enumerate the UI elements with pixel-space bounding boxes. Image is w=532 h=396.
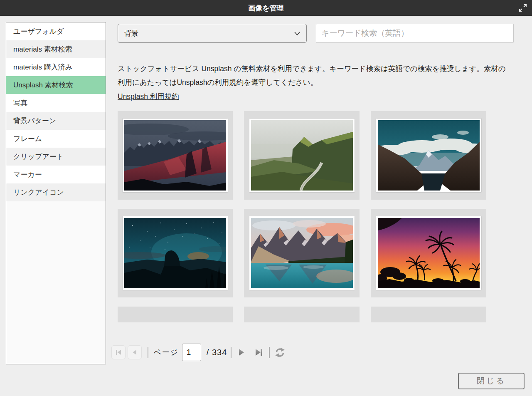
page-total: / 334 <box>207 348 227 357</box>
sidebar-item-link-icons[interactable]: リンクアイコン <box>6 183 106 201</box>
thumbnail-placeholder <box>118 307 233 322</box>
mountain-photo-3 <box>378 120 480 191</box>
page-number-input[interactable] <box>182 344 201 361</box>
sidebar-item-user-folder[interactable]: ユーザフォルダ <box>6 22 106 40</box>
first-page-button[interactable] <box>111 345 126 359</box>
sidebar-item-materials-purchased[interactable]: materials 購入済み <box>6 58 106 76</box>
sidebar-item-materials-search[interactable]: materials 素材検索 <box>6 40 106 58</box>
mountain-photo-1 <box>124 120 226 191</box>
sidebar-item-markers[interactable]: マーカー <box>6 166 106 183</box>
divider <box>269 347 270 358</box>
category-select-value: 背景 <box>124 29 138 38</box>
dialog-titlebar: 画像を管理 <box>0 0 532 16</box>
refresh-icon[interactable] <box>274 347 286 358</box>
page-label: ページ <box>153 347 179 357</box>
previous-page-button[interactable] <box>128 345 142 359</box>
mountain-photo-2 <box>251 120 353 191</box>
mountain-photo-5 <box>251 218 353 288</box>
unsplash-terms-link[interactable]: Unsplash 利用規約 <box>118 90 179 104</box>
sidebar-item-frames[interactable]: フレーム <box>6 130 106 148</box>
expand-icon[interactable] <box>518 3 527 12</box>
photo-frame <box>123 119 228 192</box>
next-page-button[interactable] <box>235 345 248 359</box>
thumbnail-placeholder <box>371 307 486 322</box>
sidebar-item-photos[interactable]: 写真 <box>6 94 106 112</box>
thumbnail-placeholder <box>244 307 360 322</box>
category-sidebar: ユーザフォルダ materials 素材検索 materials 購入済み Un… <box>6 22 106 364</box>
thumbnail-moraine-lake-sunset[interactable] <box>244 209 360 297</box>
thumbnail-crimson-alpenglow-mountains[interactable] <box>118 111 233 200</box>
unsplash-description: ストックフォトサービス Unsplash の無料素材を利用できます。キーワード検… <box>118 62 507 104</box>
category-select[interactable]: 背景 <box>118 24 307 43</box>
sidebar-item-background-patterns[interactable]: 背景パターン <box>6 112 106 130</box>
thumbnail-starry-night-half-dome[interactable] <box>118 209 233 297</box>
thumbnail-foggy-green-highlands-road[interactable] <box>244 111 360 200</box>
mountain-photo-4 <box>124 218 226 288</box>
thumbnail-grid <box>118 111 486 322</box>
thumbnail-teal-sky-mountain-valley[interactable] <box>371 111 486 200</box>
thumbnail-sunset-palm-silhouettes[interactable] <box>371 209 486 297</box>
dialog-title: 画像を管理 <box>248 3 283 13</box>
photo-frame <box>376 216 481 290</box>
sidebar-item-unsplash-search[interactable]: Unsplash 素材検索 <box>6 76 106 94</box>
photo-frame <box>249 216 355 290</box>
photo-frame <box>123 216 228 290</box>
description-text: ストックフォトサービス Unsplash の無料素材を利用できます。キーワード検… <box>118 64 506 87</box>
photo-frame <box>249 119 355 192</box>
photo-frame <box>376 119 481 192</box>
last-page-button[interactable] <box>253 345 265 359</box>
chevron-down-icon <box>294 30 300 37</box>
divider <box>148 347 148 358</box>
keyword-search-input[interactable] <box>316 24 514 43</box>
divider <box>231 347 232 358</box>
palm-sunset-photo-6 <box>378 218 480 288</box>
sidebar-item-clipart[interactable]: クリップアート <box>6 148 106 166</box>
pagination-bar: ページ / 334 <box>111 343 286 361</box>
close-button[interactable]: 閉じる <box>458 373 525 389</box>
